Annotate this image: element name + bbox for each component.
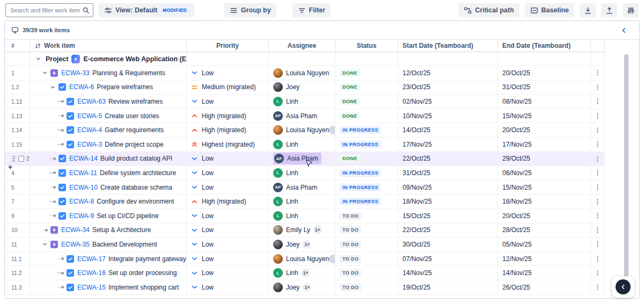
assignee-cell[interactable]: LLinh xyxy=(269,209,335,223)
table-row[interactable]: 9ECWA-9Set up CI/CD pipelineLowLLinhTO D… xyxy=(5,209,639,223)
end-date-cell[interactable]: 17/Nov/25 xyxy=(498,138,591,152)
start-date-cell[interactable]: 22/Oct/25 xyxy=(398,152,498,167)
row-actions-button[interactable] xyxy=(592,168,603,178)
row-actions-button[interactable] xyxy=(592,68,603,78)
column-header-start-date[interactable]: Start Date (Teamboard) xyxy=(398,40,498,52)
row-checkbox[interactable] xyxy=(18,156,24,162)
end-date-cell[interactable]: 28/Oct/25 xyxy=(498,223,591,238)
work-item-key[interactable]: ECWA-33 xyxy=(61,69,90,77)
start-date-cell[interactable]: 12/Oct/25 xyxy=(398,66,498,81)
assignee-cell[interactable]: Louisa Nguyen xyxy=(269,66,335,81)
row-actions-button[interactable] xyxy=(592,225,603,235)
row-actions-button[interactable] xyxy=(592,254,603,264)
work-item-key[interactable]: ECWA-6 xyxy=(69,83,94,91)
end-date-cell[interactable]: 12/Nov/25 xyxy=(498,252,591,266)
table-row[interactable]: 4ECWA-11Define system architectureLowLLi… xyxy=(5,166,639,181)
table-row[interactable]: 2ECWA-14Build product catalog API+LowAPA… xyxy=(5,152,639,167)
start-date-cell[interactable]: 19/Oct/25 xyxy=(398,280,498,295)
work-item-key[interactable]: ECWA-63 xyxy=(77,98,106,105)
priority-cell[interactable]: Low xyxy=(187,237,269,252)
table-row[interactable]: 1.14ECWA-4Gather requirementsHigh (migra… xyxy=(5,123,639,138)
assignee-cell[interactable]: LLinh xyxy=(269,194,335,209)
expand-toggle[interactable] xyxy=(40,70,49,76)
table-row[interactable]: 11.3ECWA-15Implement shopping cartLowJoe… xyxy=(5,280,639,295)
table-row[interactable]: 1.15ECWA-3Define project scopeHighest (m… xyxy=(5,138,639,152)
search-box[interactable] xyxy=(5,3,93,17)
end-date-cell[interactable]: 14/Nov/25 xyxy=(498,266,591,280)
project-row[interactable]: Project E-commerce Web Application (ECWA… xyxy=(5,52,639,66)
status-cell[interactable]: DONE xyxy=(335,152,398,167)
start-date-cell[interactable]: 09/Nov/25 xyxy=(398,181,498,195)
work-item-key[interactable]: ECWA-4 xyxy=(77,126,102,134)
end-date-cell[interactable]: 20/Oct/25 xyxy=(498,209,591,223)
priority-cell[interactable]: Low xyxy=(187,166,269,181)
row-actions-button[interactable] xyxy=(592,211,603,221)
work-item-key[interactable]: ECWA-3 xyxy=(77,141,102,148)
row-actions-button[interactable] xyxy=(592,239,603,250)
start-date-cell[interactable]: 14/Nov/25 xyxy=(398,266,498,280)
priority-cell[interactable]: Low xyxy=(187,252,269,266)
end-date-cell[interactable]: 20/Oct/25 xyxy=(498,66,591,81)
end-date-cell[interactable]: 29/Oct/25 xyxy=(498,152,591,167)
baseline-button[interactable]: Baseline xyxy=(525,3,574,17)
status-cell[interactable]: IN PROGRESS xyxy=(335,123,398,138)
start-date-cell[interactable]: 07/Nov/25 xyxy=(398,252,498,266)
assignee-cell[interactable]: Joey xyxy=(269,81,335,95)
column-header-status[interactable]: Status xyxy=(335,40,398,52)
assignee-cell[interactable]: Louisa Nguyen xyxy=(269,252,335,266)
priority-cell[interactable]: Low xyxy=(187,209,269,223)
work-item-key[interactable]: ECWA-8 xyxy=(69,198,94,205)
end-date-cell[interactable]: 18/Nov/25 xyxy=(498,194,591,209)
end-date-cell[interactable]: 20/Oct/25 xyxy=(498,123,591,138)
add-work-item-button[interactable]: + xyxy=(6,163,14,171)
filter-button[interactable]: Filter xyxy=(292,3,331,17)
start-date-cell[interactable]: 31/Oct/25 xyxy=(398,166,498,181)
table-row[interactable]: 10ECWA-34Setup & ArchitectureLowEmily Ly… xyxy=(5,223,639,238)
start-date-cell[interactable]: 02/Nov/25 xyxy=(398,95,498,109)
priority-cell[interactable]: High (migrated) xyxy=(187,123,269,138)
work-item-key[interactable]: ECWA-16 xyxy=(77,269,106,277)
priority-cell[interactable]: High (migrated) xyxy=(187,194,269,209)
start-date-cell[interactable]: 30/Oct/25 xyxy=(398,237,498,252)
status-cell[interactable]: IN PROGRESS xyxy=(335,166,398,181)
priority-cell[interactable]: Low xyxy=(187,152,269,167)
expand-toggle[interactable] xyxy=(40,241,49,247)
status-cell[interactable]: DONE xyxy=(335,95,398,109)
table-row[interactable]: 11.2ECWA-16Set up order processingLowLLi… xyxy=(5,266,639,280)
end-date-cell[interactable]: 05/Nov/25 xyxy=(498,237,591,252)
assignee-cell[interactable]: Joey1+ xyxy=(269,280,335,295)
end-date-cell[interactable]: 06/Nov/25 xyxy=(498,166,591,181)
view-button[interactable]: View: Default MODIFIED xyxy=(99,3,194,17)
end-date-cell[interactable]: 08/Nov/25 xyxy=(498,95,591,109)
status-cell[interactable]: DONE xyxy=(335,109,398,124)
start-date-cell[interactable]: 14/Oct/25 xyxy=(398,123,498,138)
work-item-key[interactable]: ECWA-11 xyxy=(69,169,97,177)
drag-handle-icon[interactable] xyxy=(11,155,16,162)
work-item-key[interactable]: ECWA-5 xyxy=(77,112,102,120)
table-row[interactable]: 11.1ECWA-17Integrate payment gatewayLowL… xyxy=(5,252,639,266)
work-item-key[interactable]: ECWA-35 xyxy=(61,241,90,248)
end-date-cell[interactable]: 15/Nov/25 xyxy=(498,109,591,124)
start-date-cell[interactable]: 22/Oct/25 xyxy=(398,223,498,238)
assignee-cell[interactable]: Emily Ly1+ xyxy=(269,223,335,238)
priority-cell[interactable]: High (migrated) xyxy=(187,109,269,124)
priority-cell[interactable]: Medium (migrated) xyxy=(187,81,269,95)
assignee-cell[interactable]: APAsia Pham xyxy=(269,152,335,167)
row-actions-button[interactable] xyxy=(592,111,603,121)
row-actions-button[interactable] xyxy=(592,82,603,92)
table-row[interactable]: 1.12ECWA-63Review wireframesLowLLinhDONE… xyxy=(5,95,639,109)
row-actions-button[interactable] xyxy=(592,139,603,150)
end-date-cell[interactable]: 26/Oct/25 xyxy=(498,280,591,295)
work-item-key[interactable]: ECWA-17 xyxy=(77,255,106,263)
row-actions-button[interactable] xyxy=(592,125,603,135)
row-actions-button[interactable] xyxy=(592,153,603,164)
work-item-key[interactable]: ECWA-34 xyxy=(61,226,90,234)
table-settings-button[interactable] xyxy=(623,3,639,17)
table-row[interactable]: 11ECWA-35Backend DevelopmentLowJoey1+TO … xyxy=(5,237,639,252)
priority-cell[interactable]: Low xyxy=(187,223,269,238)
start-date-cell[interactable]: 18/Nov/25 xyxy=(398,194,498,209)
start-date-cell[interactable]: 10/Nov/25 xyxy=(398,109,498,124)
column-header-priority[interactable]: Priority xyxy=(187,40,269,52)
table-row[interactable]: 1.2ECWA-6Prepare wireframesMedium (migra… xyxy=(5,81,639,95)
assignee-cell[interactable]: APAsia Pham xyxy=(269,181,335,195)
